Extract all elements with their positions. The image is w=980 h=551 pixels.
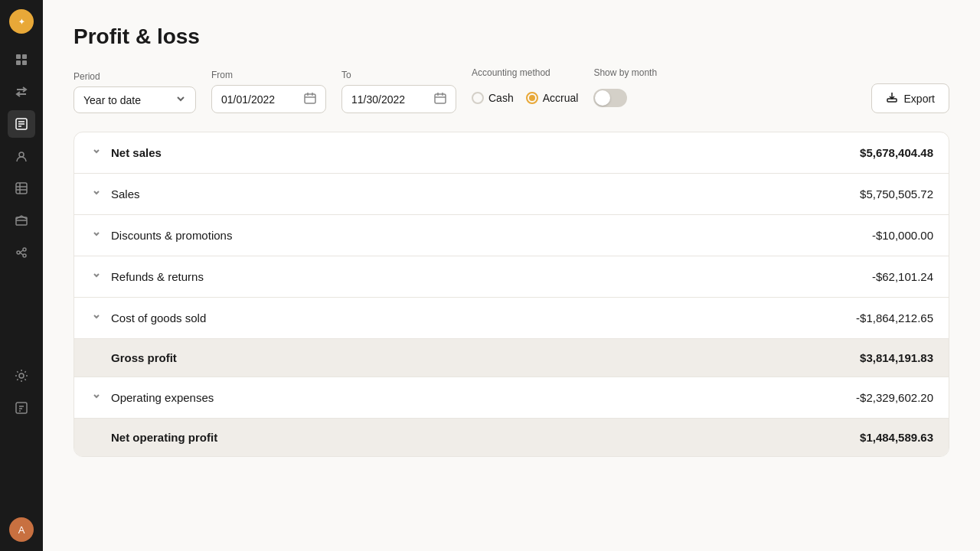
table-row[interactable]: Refunds & returns-$62,101.24 <box>74 256 949 298</box>
filter-bar: Period Year to date From 01/01/2022 <box>74 67 949 113</box>
accounting-method-label: Accounting method <box>472 67 578 78</box>
to-label: To <box>341 70 456 80</box>
svg-rect-5 <box>22 60 27 65</box>
toggle-wrap <box>593 83 657 113</box>
sidebar-item-transactions[interactable] <box>8 78 35 106</box>
svg-line-23 <box>20 253 23 255</box>
svg-rect-13 <box>16 183 27 194</box>
expand-chevron-icon[interactable] <box>90 390 103 406</box>
user-avatar[interactable]: A <box>9 517 34 542</box>
svg-rect-29 <box>305 94 315 103</box>
from-label: From <box>211 70 326 80</box>
row-label: Net operating profit <box>111 431 217 444</box>
from-filter: From 01/01/2022 <box>211 70 326 113</box>
profit-loss-table: Net sales$5,678,404.48Sales$5,750,505.72… <box>74 132 949 457</box>
export-label: Export <box>904 93 935 105</box>
expand-chevron-icon[interactable] <box>90 186 103 202</box>
page-title: Profit & loss <box>74 24 949 49</box>
expand-chevron-icon[interactable] <box>90 145 103 161</box>
calendar-icon-to <box>434 92 446 106</box>
cash-label: Cash <box>488 92 514 104</box>
show-by-month-group: Show by month <box>593 67 657 113</box>
row-label: Operating expenses <box>111 391 214 404</box>
table-row[interactable]: Cost of goods sold-$1,864,212.65 <box>74 298 949 339</box>
svg-rect-2 <box>16 54 21 59</box>
svg-point-12 <box>19 152 24 157</box>
show-by-month-toggle[interactable] <box>593 89 627 107</box>
table-row[interactable]: Discounts & promotions-$10,000.00 <box>74 215 949 256</box>
svg-point-21 <box>23 254 26 257</box>
table-row[interactable]: Sales$5,750,505.72 <box>74 174 949 215</box>
sidebar-item-banking[interactable] <box>8 207 35 234</box>
svg-point-20 <box>23 248 26 251</box>
period-filter: Period Year to date <box>74 71 196 113</box>
radio-group: Cash Accrual <box>472 83 578 113</box>
from-value: 01/01/2022 <box>221 93 275 106</box>
cash-radio-circle <box>472 92 484 104</box>
svg-text:✦: ✦ <box>18 18 25 26</box>
export-icon <box>886 91 898 106</box>
row-label: Sales <box>111 187 140 201</box>
row-value: $5,750,505.72 <box>860 187 933 201</box>
row-label: Refunds & returns <box>111 270 204 283</box>
svg-rect-25 <box>16 403 27 413</box>
calendar-icon <box>304 92 316 106</box>
sidebar-item-inventory[interactable] <box>8 174 35 202</box>
expand-chevron-icon[interactable] <box>90 227 103 243</box>
row-label: Discounts & promotions <box>111 229 232 242</box>
show-by-month-label: Show by month <box>593 67 657 78</box>
svg-point-24 <box>19 373 24 378</box>
row-value: $5,678,404.48 <box>860 146 933 159</box>
chevron-down-icon <box>175 93 186 106</box>
accounting-method-group: Accounting method Cash Accrual <box>472 67 578 113</box>
sidebar: ✦ <box>0 0 43 551</box>
svg-rect-37 <box>887 99 897 102</box>
table-row: Net operating profit$1,484,589.63 <box>74 419 949 456</box>
row-value: -$2,329,602.20 <box>856 391 933 404</box>
app-logo[interactable]: ✦ <box>9 9 34 34</box>
from-input[interactable]: 01/01/2022 <box>211 85 326 113</box>
sidebar-item-help[interactable] <box>8 394 35 422</box>
row-label: Net sales <box>111 146 162 159</box>
row-label: Gross profit <box>111 351 177 364</box>
cash-radio[interactable]: Cash <box>472 92 514 104</box>
row-value: -$1,864,212.65 <box>856 311 933 324</box>
to-input[interactable]: 11/30/2022 <box>341 85 456 113</box>
period-label: Period <box>74 71 196 82</box>
row-value: $1,484,589.63 <box>860 431 933 444</box>
table-row[interactable]: Net sales$5,678,404.48 <box>74 132 949 174</box>
accrual-radio-circle <box>526 92 538 104</box>
table-row[interactable]: Operating expenses-$2,329,602.20 <box>74 377 949 419</box>
row-label: Cost of goods sold <box>111 311 206 324</box>
sidebar-item-integrations[interactable] <box>8 239 35 266</box>
sidebar-item-settings[interactable] <box>8 362 35 390</box>
main-content: Profit & loss Period Year to date From 0… <box>43 0 980 551</box>
table-row: Gross profit$3,814,191.83 <box>74 339 949 377</box>
accrual-radio[interactable]: Accrual <box>526 92 579 104</box>
sidebar-item-home[interactable] <box>8 46 35 73</box>
expand-chevron-icon[interactable] <box>90 310 103 326</box>
svg-rect-3 <box>22 54 27 59</box>
export-button[interactable]: Export <box>871 83 949 113</box>
row-value: -$10,000.00 <box>872 229 933 242</box>
svg-rect-4 <box>16 60 21 65</box>
period-select[interactable]: Year to date <box>74 86 196 113</box>
sidebar-item-reports[interactable] <box>8 110 35 138</box>
svg-rect-33 <box>435 94 446 103</box>
row-value: $3,814,191.83 <box>860 351 933 364</box>
period-value: Year to date <box>83 94 141 106</box>
to-filter: To 11/30/2022 <box>341 70 456 113</box>
accrual-label: Accrual <box>543 92 579 104</box>
expand-chevron-icon[interactable] <box>90 269 103 285</box>
row-value: -$62,101.24 <box>872 270 933 283</box>
to-value: 11/30/2022 <box>351 93 405 106</box>
sidebar-item-contacts[interactable] <box>8 142 35 170</box>
svg-point-19 <box>17 251 20 254</box>
